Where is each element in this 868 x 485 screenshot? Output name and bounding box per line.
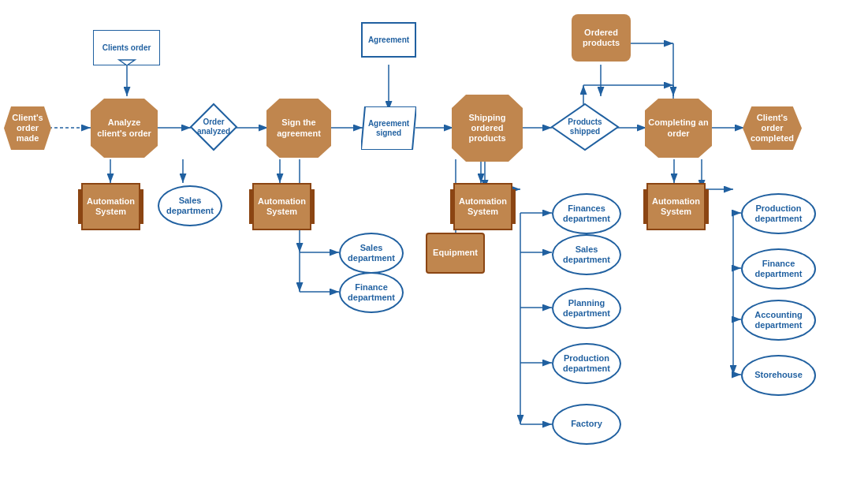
finances-department: Finances department [552, 193, 621, 234]
storehouse-shape: Storehouse [741, 355, 816, 396]
production-department-1: Production department [552, 343, 621, 384]
planning-department: Planning department [552, 288, 621, 329]
automation-system-4: Automation System [646, 183, 706, 230]
automation-system-2: Automation System [252, 183, 311, 230]
client-order-completed-shape: Client's order completed [743, 106, 802, 150]
analyze-clients-order-shape: Analyze client's order [91, 99, 158, 158]
diagram: Client's order made Analyze client's ord… [0, 0, 868, 485]
sales-department-2: Sales department [339, 233, 404, 274]
client-order-made-shape: Client's order made [4, 106, 51, 150]
equipment-shape: Equipment [426, 233, 485, 274]
clients-order-tag: Clients order [93, 30, 160, 65]
products-shipped-shape: Products shipped [550, 103, 620, 151]
order-analyzed-shape: Order analyzed [189, 103, 238, 151]
production-department-2: Production department [741, 193, 816, 234]
accounting-department: Accounting department [741, 300, 816, 341]
sales-department-1: Sales department [158, 185, 222, 226]
sales-department-3: Sales department [552, 234, 621, 275]
finance-department-1: Finance department [339, 272, 404, 313]
ordered-products-tag: Ordered products [572, 14, 631, 62]
completing-order-shape: Completing an order [645, 99, 712, 158]
agreement-tag: Agreement [361, 22, 416, 58]
automation-system-1: Automation System [81, 183, 140, 230]
automation-system-3: Automation System [453, 183, 512, 230]
factory-shape: Factory [552, 404, 621, 445]
shipping-ordered-shape: Shipping ordered products [452, 95, 523, 162]
sign-agreement-shape: Sign the agreement [266, 99, 331, 158]
agreement-signed-shape: Agreement signed [361, 106, 416, 150]
finance-department-2: Finance department [741, 248, 816, 289]
